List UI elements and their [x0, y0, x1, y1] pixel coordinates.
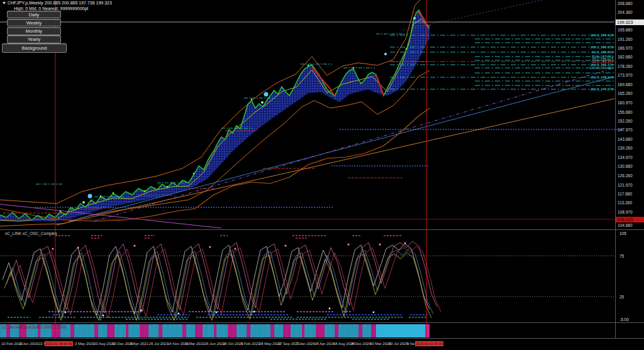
timeframe-button-monthly[interactable]: Monthly [7, 27, 61, 35]
osc-axis-label: -5.00 [619, 317, 629, 322]
price-axis-label: 108.970 [618, 210, 633, 214]
osc-axis-label: 75 [619, 254, 624, 258]
price-axis-label: 126.260 [618, 173, 633, 178]
signal-dot-blue-small [261, 101, 264, 104]
osc-axis-label: 105 [619, 231, 626, 236]
price-axis-label: 130.680 [618, 164, 633, 168]
price-axis-label: 147.970 [618, 128, 633, 132]
osc-dot-light [178, 313, 180, 315]
osc-dot-light [329, 308, 331, 310]
current-price-tag: 199.323 [616, 19, 644, 25]
signal-dot-blue [88, 194, 92, 199]
osc-dot-pink [347, 243, 349, 245]
symbol-title: ▼ CHFJPY.p,Weekly 200.885 200.885 197.73… [2, 1, 112, 5]
trendline-orange[interactable] [57, 99, 614, 225]
price-axis-label: 117.680 [618, 192, 632, 196]
price-axis-label: 204.360 [618, 10, 633, 14]
price-axis-label: 139.260 [618, 146, 633, 150]
indicator-info-line: High: 0 Mid: 0 Nearest: 9999999000pt [14, 6, 88, 11]
price-green-dot [251, 99, 253, 101]
axis-separator [0, 338, 644, 339]
osc-dot-light [373, 312, 375, 314]
fib-label: 161.8_193.628 [531, 33, 613, 37]
osc-dot-pink [52, 248, 53, 249]
price-axis-label: 152.260 [618, 119, 633, 123]
fib-label: 100.0_190.605 [531, 45, 613, 49]
signal-dot-blue [264, 92, 269, 97]
date-label: 7 Jan 2024 [296, 342, 315, 346]
price-axis-label: 143.680 [618, 137, 633, 141]
price-axis-label: 134.970 [618, 155, 633, 160]
price-axis-label: 173.970 [618, 73, 633, 77]
price-line [0, 10, 430, 220]
timeframe-button-background[interactable]: Background [2, 43, 67, 53]
trading-chart-window: ▼ CHFJPY.p,Weekly 200.885 200.885 197.73… [0, 0, 644, 350]
price-green-dot [308, 65, 309, 67]
date-label: 30 Mar 2025 [370, 342, 391, 346]
price-axis-label: 178.260 [618, 64, 633, 68]
price-axis-label: 160.970 [618, 101, 633, 105]
price-green-dot [144, 190, 146, 192]
pane-separator[interactable] [0, 322, 644, 323]
price-green-dot [193, 173, 195, 175]
osc-dot-light [253, 311, 255, 313]
osc-dot-pink [77, 246, 79, 248]
price-axis-line [615, 0, 616, 338]
oscillator-pane-label: xC_LINK xC_OSC_Complex [5, 231, 57, 236]
osc-dot-pink [284, 244, 286, 246]
price-axis-label: 208.680 [618, 1, 633, 6]
price-green-dot [113, 192, 114, 194]
price-axis-label: 186.970 [618, 46, 633, 50]
pane-separator[interactable] [0, 229, 644, 230]
osc-line-olive [4, 253, 431, 320]
price-ribbon-dots [0, 10, 430, 221]
symbol-ohlc: CHFJPY.p,Weekly 200.885 200.885 197.738 … [8, 1, 112, 5]
fib-label: 161.8_178.646 [531, 75, 613, 79]
price-axis-label: 113.260 [618, 200, 632, 205]
osc-dot-light [216, 312, 218, 314]
date-label: 8 Dec 2024 [352, 342, 371, 346]
price-axis-label: 191.260 [618, 37, 633, 41]
timeframe-button-daily[interactable]: Daily [7, 11, 61, 18]
date-label: 6 Mar 2022 [186, 342, 204, 346]
date-label: 25 Jul 2021 [149, 342, 169, 346]
osc-dot-pink [133, 244, 135, 246]
osc-dot-light [103, 315, 104, 317]
timeframe-button-yearly[interactable]: Yearly [7, 35, 61, 43]
dropdown-icon[interactable]: ▼ [2, 1, 6, 5]
osc-dot-pink [404, 242, 406, 244]
date-label: 3 May 2020 [75, 342, 94, 346]
price-axis-label: 169.680 [618, 82, 633, 87]
price-green-dot [353, 67, 355, 69]
price-green-dot [167, 186, 169, 188]
fib-label: 100.0_181.469 [531, 66, 613, 70]
fib-label: 261.8_174.078 [531, 87, 613, 91]
osc-dot-pink [234, 248, 236, 249]
date-label: 16 Oct 2022 [223, 342, 243, 346]
signal-dot-blue-small [413, 17, 416, 19]
fib-label: 61.8_188.860 [531, 50, 613, 54]
timeframe-button-weekly[interactable]: Weekly [7, 19, 61, 26]
price-axis-label: 121.970 [618, 183, 633, 187]
date-label: 20 Jul 2025 [389, 342, 408, 346]
osc-axis-label: 25 [619, 295, 624, 299]
signal-dot-blue-small [384, 53, 387, 55]
price-axis-label: 182.680 [618, 55, 633, 59]
osc-dot-pink [379, 243, 380, 245]
osc-dot-light [140, 310, 142, 312]
price-axis-label: 195.680 [618, 28, 633, 32]
price-green-dot [406, 48, 408, 50]
price-axis-label: 165.260 [618, 91, 633, 96]
price-green-dot [100, 195, 102, 197]
osc-dot-pink [209, 246, 211, 248]
date-label: 28 Apr 2024 [314, 342, 335, 346]
price-axis-label: 104.680 [618, 223, 633, 227]
osc-dot-light [65, 312, 67, 314]
date-label: 5 Feb 2023 [241, 342, 260, 346]
cycle-pane-label: xC_MarketCycleSub 0.0000 1.0000 [2, 325, 67, 329]
price-axis-label: 156.680 [618, 110, 633, 114]
price-ribbon [0, 10, 430, 221]
date-label: 2 Jun 2019 [19, 342, 38, 346]
date-red-tag: 2026.03.02 00:00 [415, 341, 443, 346]
signal-dot-blue-small [82, 201, 85, 204]
